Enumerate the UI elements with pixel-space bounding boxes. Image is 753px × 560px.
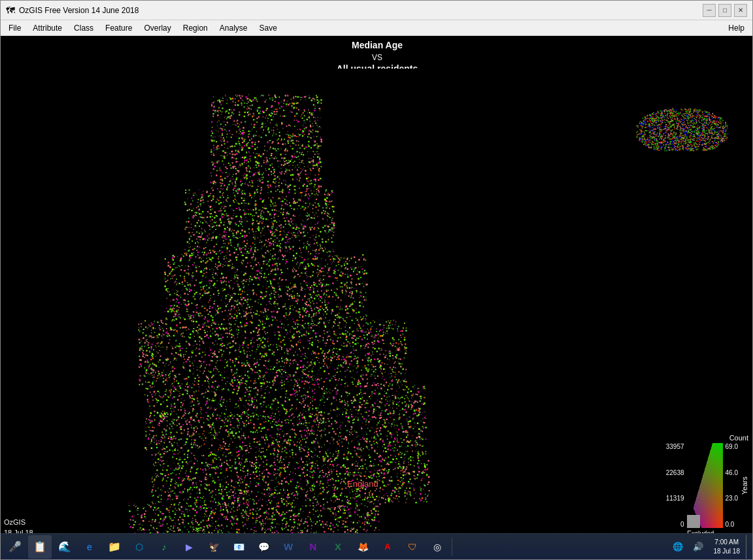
menu-file[interactable]: File: [3, 21, 26, 35]
taskbar-system-tray: 🌐 🔊 7:00 AM 18 Jul 18: [669, 535, 751, 559]
year-val-4: 0.0: [726, 521, 738, 528]
taskbar-microphone[interactable]: 🎤: [3, 535, 27, 559]
taskbar-show-desktop[interactable]: [746, 535, 751, 559]
close-button[interactable]: ✕: [734, 4, 747, 17]
count-val-2: 22638: [666, 469, 684, 476]
map-title-line1: Median Age: [1, 39, 753, 52]
taskbar-date: 18 Jul 18: [713, 547, 740, 556]
menu-bar: File Attribute Class Feature Overlay Reg…: [1, 20, 752, 36]
taskbar-word[interactable]: W: [276, 535, 300, 559]
title-bar: 🗺 OzGIS Free Version 14 June 2018 ─ □ ✕: [1, 1, 752, 20]
taskbar-hp[interactable]: ⬡: [127, 535, 151, 559]
england-map: [33, 69, 524, 539]
menu-attribute[interactable]: Attribute: [27, 21, 67, 35]
restore-button[interactable]: □: [718, 4, 731, 17]
title-bar-left: 🗺 OzGIS Free Version 14 June 2018: [6, 5, 139, 16]
taskbar-sonos[interactable]: ◎: [426, 535, 449, 559]
taskbar-outlook[interactable]: 📧: [227, 535, 250, 559]
menu-region[interactable]: Region: [178, 21, 213, 35]
taskbar-explorer[interactable]: 📁: [103, 535, 126, 559]
taskbar-excel[interactable]: X: [326, 535, 350, 559]
taskbar-firefox[interactable]: 🦊: [351, 535, 375, 559]
taskbar-mpc[interactable]: ▶: [177, 535, 201, 559]
taskbar-edge[interactable]: 🌊: [53, 535, 76, 559]
watermark-line1: OzGIS: [4, 518, 33, 527]
year-val-1: 69.0: [726, 443, 738, 450]
taskbar-acrobat[interactable]: A: [376, 535, 399, 559]
count-val-3: 11319: [666, 495, 684, 502]
minimize-button[interactable]: ─: [703, 4, 716, 17]
taskbar: 🎤 📋 🌊 e 📁 ⬡ ♪ ▶ 🦅 📧 💬: [1, 533, 753, 559]
y-axis-label: Years: [741, 443, 748, 528]
count-val-4: 0: [680, 521, 684, 528]
year-val-3: 23.0: [726, 495, 738, 502]
menu-overlay[interactable]: Overlay: [139, 21, 176, 35]
taskbar-ie[interactable]: e: [78, 535, 101, 559]
count-val-1: 33957: [666, 443, 684, 450]
taskbar-onenote[interactable]: N: [301, 535, 325, 559]
taskbar-time: 7:00 AM: [713, 538, 740, 547]
taskbar-volume[interactable]: 🔊: [689, 535, 707, 559]
year-val-2: 46.0: [726, 469, 738, 476]
menu-save[interactable]: Save: [254, 21, 282, 35]
title-bar-controls: ─ □ ✕: [703, 4, 747, 17]
menu-help[interactable]: Help: [723, 21, 750, 35]
main-area: Median Age VS All usual residents: [1, 36, 753, 560]
menu-analyse[interactable]: Analyse: [214, 21, 253, 35]
scatter-plot: [629, 105, 734, 160]
count-label: Count: [729, 434, 748, 442]
app-icon: 🗺: [6, 5, 15, 16]
taskbar-network[interactable]: 🌐: [669, 535, 687, 559]
window-frame: 🗺 OzGIS Free Version 14 June 2018 ─ □ ✕ …: [0, 0, 753, 560]
svg-rect-0: [43, 69, 514, 539]
menu-class[interactable]: Class: [69, 21, 99, 35]
title-text: OzGIS Free Version 14 June 2018: [19, 6, 139, 15]
taskbar-spotify[interactable]: ♪: [152, 535, 176, 559]
taskbar-avast[interactable]: 🛡: [401, 535, 424, 559]
legend: Count 33957 22638 11319 0 69.0 46.0 23.0: [666, 434, 748, 544]
taskbar-file-manager[interactable]: 📋: [28, 535, 52, 559]
map-title-vs: VS: [1, 52, 753, 63]
taskbar-skype[interactable]: 💬: [252, 535, 275, 559]
taskbar-thunderbird[interactable]: 🦅: [202, 535, 226, 559]
taskbar-datetime[interactable]: 7:00 AM 18 Jul 18: [709, 538, 744, 556]
legend-color-bar: [687, 443, 723, 528]
menu-feature[interactable]: Feature: [100, 21, 137, 35]
